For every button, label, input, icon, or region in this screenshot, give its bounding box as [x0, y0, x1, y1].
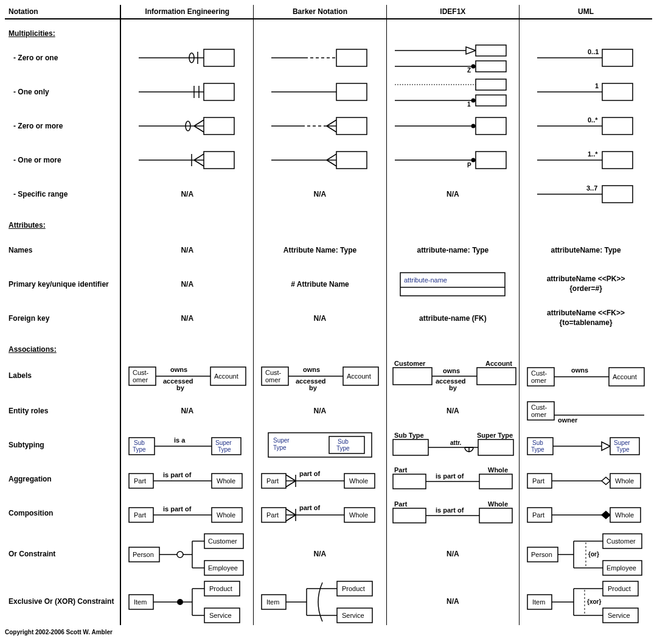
svg-text:Sub: Sub [338, 438, 349, 445]
na-cell: N/A [120, 177, 253, 211]
svg-text:Service: Service [342, 612, 364, 619]
row-label: - One or more [5, 143, 120, 177]
svg-text:Type: Type [336, 445, 350, 452]
row-one-or-more: - One or more P 1..* [5, 143, 652, 177]
svg-rect-57 [336, 152, 367, 169]
svg-rect-64 [602, 152, 633, 169]
svg-rect-28 [476, 95, 506, 106]
svg-text:Employee: Employee [208, 564, 238, 572]
uml-composition: Part Whole [520, 496, 652, 530]
uml-pk-line1: attributeName <<PK>> [523, 275, 648, 284]
uml-pk-line2: {order=#} [523, 284, 648, 294]
svg-text:Part: Part [134, 477, 146, 485]
svg-text:Item: Item [532, 598, 545, 606]
na-cell: N/A [386, 578, 519, 625]
svg-text:0..*: 0..* [588, 116, 598, 124]
section-title: Multiplicities: [5, 19, 120, 41]
svg-text:1: 1 [467, 101, 471, 108]
row-zero-or-more: - Zero or more 0..* [5, 109, 652, 143]
idef-attr-text: attribute-name: Type [386, 233, 519, 267]
svg-text:Super Type: Super Type [477, 432, 513, 439]
uml-pk-text: attributeName <<PK>> {order=#} [520, 267, 652, 301]
svg-text:Super: Super [215, 439, 232, 446]
row-label: Subtyping [5, 428, 120, 462]
na-cell: N/A [254, 530, 386, 578]
svg-text:Product: Product [608, 585, 631, 592]
uml-roles: Cust- omer owner [520, 394, 652, 428]
svg-line-148 [286, 475, 296, 481]
ie-aggregation: Part is part of Whole [120, 462, 253, 496]
section-associations: Associations: [5, 335, 652, 357]
svg-text:part of: part of [299, 470, 321, 477]
svg-text:Employee: Employee [607, 564, 636, 572]
svg-rect-155 [393, 474, 426, 489]
svg-text:Customer: Customer [607, 537, 636, 545]
barker-one-only [254, 75, 386, 109]
idef-subtype: Sub Type attr. Super Type [386, 428, 519, 462]
idef-aggregation: Part is part of Whole [386, 462, 519, 496]
svg-text:Person: Person [531, 551, 552, 558]
row-label: Labels [5, 357, 120, 394]
idef1x-zero-more [386, 109, 519, 143]
svg-point-11 [471, 65, 476, 69]
row-labels: Labels Cust- omer owns accessed by Accou… [5, 357, 652, 394]
svg-text:1..*: 1..* [588, 150, 598, 158]
svg-text:owner: owner [558, 416, 578, 424]
barker-aggregation: Part part of Whole [254, 462, 386, 496]
svg-rect-42 [336, 117, 367, 135]
svg-line-35 [194, 126, 204, 132]
na-cell: N/A [120, 267, 253, 301]
svg-text:Sub Type: Sub Type [394, 432, 424, 439]
svg-rect-36 [204, 117, 234, 135]
svg-rect-130 [478, 439, 513, 455]
row-label: Primary key/unique identifier [5, 267, 120, 301]
uml-fk-text: attributeName <<FK>> {to=tablename} [520, 301, 652, 335]
svg-line-56 [327, 160, 336, 166]
svg-text:is part of: is part of [163, 471, 192, 478]
svg-point-220 [177, 599, 183, 605]
svg-text:Z: Z [467, 67, 471, 74]
uml-fk-line2: {to=tablename} [523, 318, 648, 328]
idef1x-one-more: P [386, 143, 519, 177]
na-cell: N/A [254, 301, 386, 335]
uml-specific-range: 3..7 [520, 177, 652, 211]
svg-text:Cust-: Cust- [133, 369, 149, 376]
svg-point-59 [471, 158, 476, 163]
svg-rect-186 [479, 508, 512, 523]
svg-text:Whole: Whole [488, 466, 508, 474]
svg-line-149 [286, 481, 296, 487]
svg-text:attr.: attr. [450, 439, 462, 446]
svg-point-44 [471, 124, 476, 128]
row-aggregation: Aggregation Part is part of Whole Part p… [5, 462, 652, 496]
svg-text:Customer: Customer [394, 360, 426, 367]
svg-rect-96 [477, 368, 516, 385]
ie-zero-one [120, 41, 253, 75]
barker-pk: # Attribute Name [254, 267, 386, 301]
barker-xor: Item Product Service [254, 578, 386, 625]
na-cell: N/A [386, 394, 519, 428]
svg-rect-16 [602, 49, 633, 66]
svg-text:Whole: Whole [217, 511, 235, 519]
col-idef1x: IDEF1X [386, 5, 519, 19]
svg-text:attribute-name: attribute-name [404, 276, 447, 284]
svg-rect-53 [204, 152, 234, 169]
svg-text:Cust-: Cust- [531, 404, 548, 411]
col-uml: UML [520, 5, 652, 19]
svg-marker-135 [602, 442, 610, 450]
svg-text:Person: Person [133, 551, 154, 558]
section-title: Attributes: [5, 211, 120, 233]
ie-subtype: Sub Type is a Super Type [120, 428, 253, 462]
col-ie: Information Engineering [120, 5, 253, 19]
row-label: - Specific range [5, 177, 120, 211]
uml-fk-line1: attributeName <<FK>> [523, 309, 648, 318]
uml-one-only: 1 [520, 75, 652, 109]
svg-text:Sub: Sub [134, 439, 145, 446]
row-label: - Zero or more [5, 109, 120, 143]
idef-fk: attribute-name (FK) [386, 301, 519, 335]
row-subtyping: Subtyping Sub Type is a Super Type Super… [5, 428, 652, 462]
svg-rect-90 [393, 368, 432, 385]
ie-one-only [120, 75, 253, 109]
idef1x-zero-one: Z [386, 41, 519, 75]
svg-text:0..1: 0..1 [588, 48, 599, 55]
svg-text:owns: owns [571, 366, 588, 374]
